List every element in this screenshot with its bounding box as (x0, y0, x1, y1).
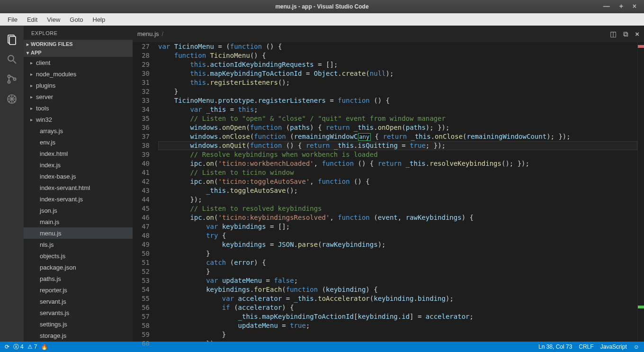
window-title: menu.js - app - Visual Studio Code (275, 3, 368, 10)
file-servants.js[interactable]: servants.js (24, 307, 133, 318)
folder-plugins[interactable]: ▸ plugins (24, 80, 133, 91)
code-area[interactable]: var TicinoMenu = (function () { function… (158, 42, 637, 342)
status-language[interactable]: JavaScript (600, 343, 627, 350)
title-bar: menu.js - app - Visual Studio Code — + × (0, 0, 644, 13)
close-editor-icon[interactable]: × (635, 30, 639, 38)
file-settings.js[interactable]: settings.js (24, 318, 133, 330)
menu-help[interactable]: Help (88, 15, 110, 25)
file-index-base.js[interactable]: index-base.js (24, 171, 133, 182)
section-project[interactable]: ▾ APP (24, 48, 133, 57)
breadcrumb-sep: / (162, 30, 164, 37)
status-warnings[interactable]: ⚠ 7 (27, 343, 37, 350)
status-sync-icon[interactable]: ⟳ (5, 343, 9, 350)
menu-edit[interactable]: Edit (22, 15, 42, 25)
menu-file[interactable]: File (3, 15, 22, 25)
editor[interactable]: 2728293031323334353637383940414243444546… (133, 42, 644, 342)
file-arrays.js[interactable]: arrays.js (24, 125, 133, 136)
svg-line-3 (13, 61, 16, 63)
menu-bar: FileEditViewGotoHelp (0, 13, 644, 26)
file-menu.js[interactable]: menu.js (24, 227, 133, 239)
file-servant.js[interactable]: servant.js (24, 296, 133, 307)
file-main.js[interactable]: main.js (24, 216, 133, 227)
file-paths.js[interactable]: paths.js (24, 273, 133, 284)
file-index.js[interactable]: index.js (24, 159, 133, 171)
more-actions-icon[interactable]: ⧉ (623, 30, 628, 38)
status-cursor[interactable]: Ln 38, Col 73 (538, 343, 572, 350)
menu-goto[interactable]: Goto (65, 15, 88, 25)
split-editor-icon[interactable]: ◫ (610, 30, 617, 38)
line-gutter: 2728293031323334353637383940414243444546… (133, 42, 158, 342)
file-index-servant.js[interactable]: index-servant.js (24, 193, 133, 205)
folder-win32[interactable]: ▸ win32 (24, 114, 133, 125)
file-index.html[interactable]: index.html (24, 148, 133, 159)
svg-point-2 (8, 55, 14, 61)
svg-rect-1 (9, 36, 16, 45)
svg-point-6 (14, 78, 16, 81)
file-json.js[interactable]: json.js (24, 205, 133, 216)
file-nls.js[interactable]: nls.js (24, 239, 133, 250)
overview-ruler[interactable] (637, 42, 644, 342)
svg-point-5 (8, 81, 10, 83)
status-bar: ⟳ ⓧ 4 ⚠ 7 🔥 Ln 38, Col 73 CRLF JavaScrip… (0, 342, 644, 352)
tabs-bar: menu.js / ◫ ⧉ × (133, 26, 644, 42)
section-working-files[interactable]: ▸ WORKING FILES (24, 40, 133, 48)
file-tree: ▸ client▸ node_modules▸ plugins▸ server▸… (24, 57, 133, 341)
chevron-down-icon: ▾ (27, 50, 29, 55)
file-index-servant.html[interactable]: index-servant.html (24, 182, 133, 193)
activity-bar (0, 26, 24, 342)
file-env.js[interactable]: env.js (24, 136, 133, 148)
folder-server[interactable]: ▸ server (24, 91, 133, 102)
file-storage.js[interactable]: storage.js (24, 330, 133, 341)
menu-view[interactable]: View (42, 15, 65, 25)
status-eol[interactable]: CRLF (579, 343, 593, 350)
status-flame-icon[interactable]: 🔥 (41, 343, 48, 350)
file-package.json[interactable]: package.json (24, 262, 133, 273)
folder-node_modules[interactable]: ▸ node_modules (24, 68, 133, 80)
sidebar-title: EXPLORE (24, 26, 133, 40)
folder-tools[interactable]: ▸ tools (24, 102, 133, 114)
activity-git-icon[interactable] (0, 69, 24, 89)
activity-search-icon[interactable] (0, 49, 24, 69)
chevron-right-icon: ▸ (27, 42, 29, 47)
activity-explorer-icon[interactable] (0, 29, 24, 49)
file-objects.js[interactable]: objects.js (24, 250, 133, 262)
svg-point-4 (8, 75, 10, 78)
folder-client[interactable]: ▸ client (24, 57, 133, 68)
activity-debug-icon[interactable] (0, 89, 24, 109)
status-errors[interactable]: ⓧ 4 (13, 343, 24, 351)
window-controls[interactable]: — + × (603, 2, 640, 10)
sidebar: EXPLORE ▸ WORKING FILES ▾ APP ▸ client▸ … (24, 26, 133, 342)
file-reporter.js[interactable]: reporter.js (24, 284, 133, 296)
status-feedback-icon[interactable]: ☺ (634, 343, 639, 350)
breadcrumb[interactable]: menu.js (137, 30, 159, 37)
